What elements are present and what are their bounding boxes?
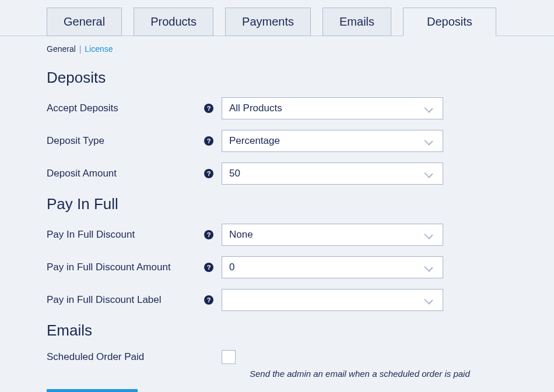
label-payfull-label: Pay in Full Discount Label xyxy=(47,294,162,306)
heading-deposits: Deposits xyxy=(47,69,507,87)
help-icon[interactable]: ? xyxy=(204,230,213,239)
select-payfull-amount[interactable]: 0 xyxy=(222,256,443,278)
chevron-down-icon xyxy=(424,105,436,112)
label-payfull-amount: Pay in Full Discount Amount xyxy=(47,262,171,273)
select-value: 50 xyxy=(229,168,240,179)
subnav: General | License xyxy=(0,36,554,57)
chevron-down-icon xyxy=(424,264,436,271)
tab-products[interactable]: Products xyxy=(134,8,213,36)
tabs-nav: General Products Payments Emails Deposit… xyxy=(0,0,554,36)
select-value: Percentage xyxy=(229,135,280,147)
help-icon[interactable]: ? xyxy=(204,136,213,146)
select-payfull-discount[interactable]: None xyxy=(222,224,443,246)
select-value: None xyxy=(229,229,253,241)
chevron-down-icon xyxy=(424,137,436,144)
help-icon[interactable]: ? xyxy=(204,104,213,113)
tab-payments[interactable]: Payments xyxy=(225,8,311,36)
chevron-down-icon xyxy=(424,296,436,303)
select-value: 0 xyxy=(229,262,234,273)
label-deposit-type: Deposit Type xyxy=(47,135,104,147)
heading-emails: Emails xyxy=(47,322,507,340)
help-icon[interactable]: ? xyxy=(204,169,213,178)
desc-scheduled-paid: Send the admin an email when a scheduled… xyxy=(250,369,507,379)
save-button[interactable]: Save changes xyxy=(47,389,138,392)
tab-deposits[interactable]: Deposits xyxy=(403,8,496,36)
subnav-divider: | xyxy=(79,44,82,54)
select-deposit-type[interactable]: Percentage xyxy=(222,130,443,152)
label-accept-deposits: Accept Deposits xyxy=(47,103,118,114)
label-deposit-amount: Deposit Amount xyxy=(47,168,117,179)
select-accept-deposits[interactable]: All Products xyxy=(222,97,443,119)
checkbox-scheduled-paid[interactable] xyxy=(222,350,236,364)
select-value: All Products xyxy=(229,103,282,114)
label-scheduled-paid: Scheduled Order Paid xyxy=(47,351,144,363)
heading-payfull: Pay In Full xyxy=(47,195,507,213)
label-payfull-discount: Pay In Full Discount xyxy=(47,229,135,241)
subnav-license[interactable]: License xyxy=(85,44,113,54)
subnav-general[interactable]: General xyxy=(47,44,76,54)
help-icon[interactable]: ? xyxy=(204,263,213,272)
tab-general[interactable]: General xyxy=(47,8,122,36)
chevron-down-icon xyxy=(424,170,436,177)
chevron-down-icon xyxy=(424,231,436,238)
select-deposit-amount[interactable]: 50 xyxy=(222,163,443,185)
select-payfull-label[interactable] xyxy=(222,289,443,311)
tab-emails[interactable]: Emails xyxy=(322,8,391,36)
help-icon[interactable]: ? xyxy=(204,295,213,305)
